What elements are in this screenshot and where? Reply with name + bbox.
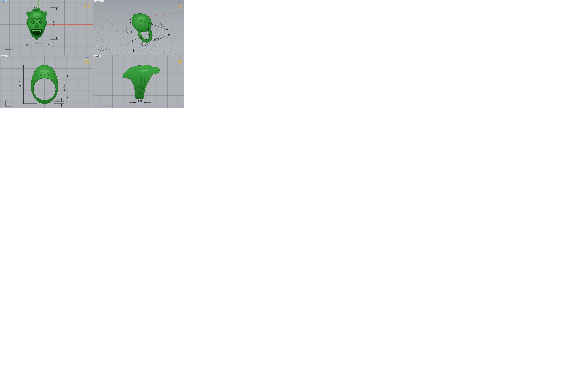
viewport-right[interactable]: Right — [93, 55, 184, 108]
viewport-tab-front[interactable]: Front — [1, 55, 7, 57]
ring-profile-outline — [179, 59, 181, 64]
gizmo-axes — [99, 101, 105, 106]
gizmo-label-x: x — [12, 106, 13, 107]
gizmo-label-x: x — [109, 47, 110, 49]
dim-value-height[interactable]: 33.66 — [52, 21, 55, 27]
viewport-tab-label: Front — [1, 55, 5, 57]
diamond-icon — [86, 4, 88, 7]
gizmo-label-z: z — [6, 100, 7, 101]
ring-perspective-view-icon — [177, 1, 184, 10]
dim-value-shank[interactable]: .31 — [139, 36, 142, 39]
dim-line-width[interactable] — [144, 34, 170, 46]
viewport-tab-label: Top — [1, 0, 4, 2]
rhino-four-viewport-workspace: Top — [0, 0, 184, 108]
viewport-menu-arrow-icon[interactable] — [6, 56, 7, 56]
dim-value-band[interactable]: 1.72 — [57, 99, 59, 104]
viewport-top[interactable]: Top — [0, 0, 93, 55]
viewport-tab-right[interactable]: Right — [94, 55, 101, 57]
dim-extension-lines — [23, 65, 44, 104]
dim-value-band[interactable]: 1.72 — [146, 30, 150, 36]
ring-band-outline — [85, 59, 89, 64]
cplane-axis-gizmo: y x — [3, 42, 18, 51]
ring-band-outline — [178, 3, 182, 9]
dim-line-shank[interactable] — [142, 39, 143, 47]
gizmo-axes — [97, 46, 108, 51]
diamond-icon — [179, 57, 181, 59]
dim-value-height[interactable]: 30.77 — [125, 27, 129, 34]
ring-top-view-icon — [84, 3, 90, 7]
viewport-front[interactable]: Front — [0, 55, 93, 108]
dim-line-partial[interactable] — [148, 23, 168, 30]
gizmo-axes — [5, 101, 12, 106]
tab-separator — [98, 55, 99, 57]
dim-value-inner[interactable]: 20.61 — [62, 85, 65, 91]
diamond-icon — [178, 1, 181, 3]
gizmo-label-x: x — [12, 49, 13, 50]
viewport-perspective[interactable]: Perspective — [93, 0, 184, 55]
dim-value-width[interactable]: 26.44 — [35, 42, 41, 44]
ring-right-view-icon — [178, 56, 183, 66]
ring-front-view-icon — [84, 56, 90, 65]
viewport-tab-label: Perspective — [95, 0, 101, 2]
gizmo-label-y: y — [95, 47, 96, 49]
viewport-tab-top[interactable]: Top — [1, 0, 6, 2]
viewport-menu-arrow-icon[interactable] — [103, 1, 104, 1]
tab-separator — [5, 55, 5, 57]
dim-extension-line — [129, 14, 135, 15]
gizmo-label-y: y — [106, 106, 107, 107]
gizmo-label-z: z — [100, 99, 101, 101]
dim-value-partial[interactable]: 6 — [156, 23, 159, 26]
gizmo-label-y: y — [6, 43, 6, 44]
diamond-icon — [86, 57, 88, 59]
viewport-menu-arrow-icon[interactable] — [5, 1, 6, 1]
viewport-menu-arrow-icon[interactable] — [99, 56, 100, 56]
dim-line-height[interactable] — [130, 17, 134, 52]
gizmo-label-z: z — [103, 44, 103, 46]
viewport-tab-perspective[interactable]: Perspective — [94, 0, 104, 2]
viewport-tab-label: Right — [95, 55, 98, 57]
dim-extension-lines — [135, 23, 170, 46]
gizmo-axes — [5, 44, 11, 49]
ring-band-inner — [85, 60, 88, 63]
dim-value-height[interactable]: 30.77 — [19, 81, 21, 87]
tab-separator — [102, 0, 102, 2]
cplane-axis-gizmo: z y x — [94, 44, 111, 52]
cplane-axis-gizmo: z y — [97, 99, 111, 107]
dim-value-width[interactable]: 6.31 — [137, 100, 142, 102]
cplane-axis-gizmo: z x — [4, 100, 18, 108]
